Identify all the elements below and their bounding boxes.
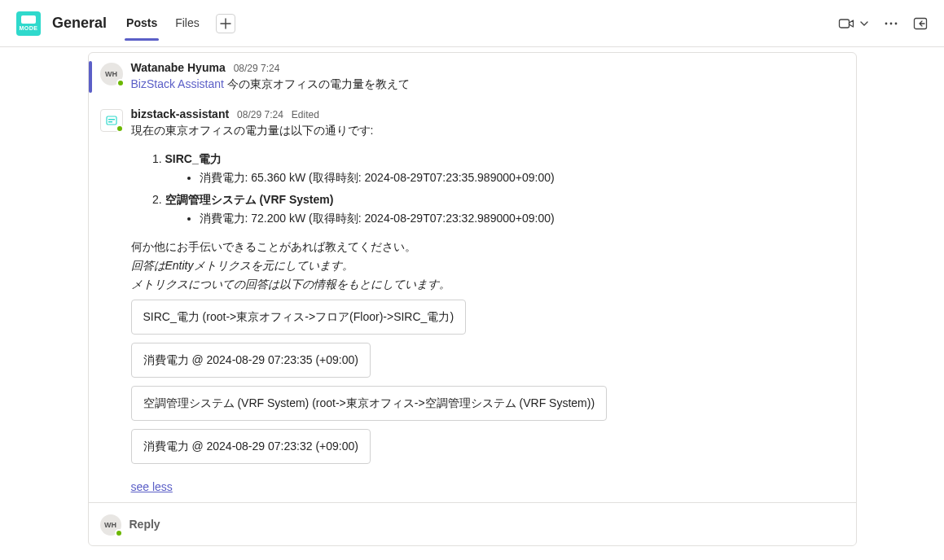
tab-files[interactable]: Files: [173, 7, 201, 40]
thread-card: WH Watanabe Hyuma 08/29 7:24 BizStack As…: [88, 52, 857, 546]
bot-icon: [105, 114, 118, 127]
message-timestamp: 08/29 7:24: [237, 109, 283, 120]
svg-rect-7: [108, 121, 112, 123]
reply-footer: 回答はEntityメトリクスを元にしています。: [131, 257, 845, 274]
author-name: bizstack-assistant: [131, 107, 230, 120]
svg-rect-6: [108, 119, 115, 120]
tab-posts[interactable]: Posts: [125, 7, 159, 40]
presence-indicator: [116, 79, 125, 87]
root-message: WH Watanabe Hyuma 08/29 7:24 BizStack As…: [89, 53, 856, 99]
avatar[interactable]: WH: [100, 514, 121, 536]
metric-chip[interactable]: 消費電力 @ 2024-08-29 07:23:35 (+09:00): [131, 343, 371, 378]
see-less-link[interactable]: see less: [131, 479, 173, 496]
item-title: 空調管理システム (VRF System): [165, 193, 334, 206]
mention-link[interactable]: BizStack Assistant: [131, 77, 224, 90]
video-icon: [838, 15, 854, 32]
svg-rect-5: [107, 116, 116, 125]
channel-header: MODE General Posts Files: [0, 0, 944, 47]
plus-icon: [220, 18, 231, 29]
add-tab-button[interactable]: [216, 14, 235, 33]
avatar[interactable]: WH: [100, 63, 123, 85]
message-body: 今の東京オフィスの電力量を教えて: [227, 77, 410, 90]
reply-footer: メトリクスについての回答は以下の情報をもとにしています。: [131, 276, 845, 293]
item-title: SIRC_電力: [165, 152, 222, 165]
reply-intro: 現在の東京オフィスの電力量は以下の通りです:: [131, 122, 845, 139]
content-area: WH Watanabe Hyuma 08/29 7:24 BizStack As…: [81, 47, 863, 546]
list-item: 空調管理システム (VRF System) 消費電力: 72.200 kW (取…: [165, 191, 845, 227]
header-right: [838, 15, 928, 32]
presence-indicator: [115, 529, 123, 537]
tab-list: Posts Files: [125, 7, 235, 40]
author-name: Watanabe Hyuma: [131, 61, 226, 74]
svg-point-1: [885, 22, 888, 24]
bot-avatar[interactable]: [100, 109, 123, 132]
list-item: SIRC_電力 消費電力: 65.360 kW (取得時刻: 2024-08-2…: [165, 151, 845, 186]
item-detail: 消費電力: 65.360 kW (取得時刻: 2024-08-29T07:23:…: [200, 169, 845, 186]
metric-chips: SIRC_電力 (root->東京オフィス->フロア(Floor)->SIRC_…: [131, 300, 845, 472]
message-text: BizStack Assistant 今の東京オフィスの電力量を教えて: [131, 76, 845, 93]
meet-button[interactable]: [838, 15, 869, 32]
svg-rect-0: [840, 20, 850, 28]
panel-open-icon: [913, 16, 928, 31]
metric-chip[interactable]: SIRC_電力 (root->東京オフィス->フロア(Floor)->SIRC_…: [131, 300, 467, 335]
header-left: MODE General Posts Files: [16, 7, 235, 40]
item-detail: 消費電力: 72.200 kW (取得時刻: 2024-08-29T07:23:…: [200, 210, 845, 227]
edited-label: Edited: [292, 109, 319, 120]
reply-body: 現在の東京オフィスの電力量は以下の通りです: SIRC_電力 消費電力: 65.…: [131, 122, 845, 496]
avatar-initials: WH: [104, 521, 116, 529]
chevron-down-icon: [859, 19, 869, 28]
avatar-initials: WH: [105, 70, 117, 78]
presence-indicator: [116, 125, 124, 133]
metric-chip[interactable]: 空調管理システム (VRF System) (root->東京オフィス->空調管…: [131, 386, 608, 421]
reply-message: bizstack-assistant 08/29 7:24 Edited 現在の…: [89, 99, 856, 502]
channel-icon: MODE: [16, 11, 41, 36]
svg-point-3: [895, 22, 898, 24]
reply-footer: 何か他にお手伝いできることがあれば教えてください。: [131, 238, 845, 256]
more-options-button[interactable]: [884, 16, 898, 31]
message-timestamp: 08/29 7:24: [234, 63, 280, 74]
more-icon: [884, 16, 898, 31]
svg-point-2: [890, 22, 893, 24]
open-button[interactable]: [913, 16, 928, 31]
reply-placeholder: Reply: [130, 518, 160, 531]
reply-box[interactable]: WH Reply: [89, 502, 856, 545]
metric-chip[interactable]: 消費電力 @ 2024-08-29 07:23:32 (+09:00): [131, 429, 371, 464]
channel-title: General: [52, 15, 107, 32]
